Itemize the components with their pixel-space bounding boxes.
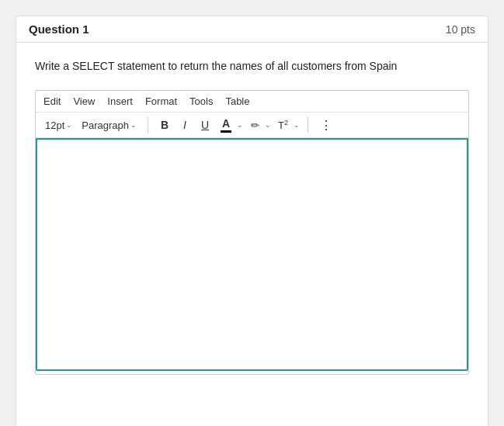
bold-button[interactable]: B <box>156 116 173 134</box>
eraser-group: ✏ ⌄ <box>246 116 271 134</box>
divider-2 <box>308 117 308 133</box>
divider-1 <box>148 117 148 133</box>
question-card: Question 1 10 pts Write a SELECT stateme… <box>16 16 488 426</box>
toolbar: 12pt ⌄ Paragraph ⌄ B I U <box>36 113 468 138</box>
font-size-selector[interactable]: 12pt ⌄ <box>42 118 75 133</box>
menu-edit[interactable]: Edit <box>43 95 61 107</box>
menu-format[interactable]: Format <box>145 95 177 107</box>
eraser-chevron[interactable]: ⌄ <box>265 121 271 129</box>
menu-view[interactable]: View <box>73 95 95 107</box>
card-header: Question 1 10 pts <box>16 16 488 43</box>
color-underline <box>221 130 231 133</box>
eraser-button[interactable]: ✏ <box>246 116 263 134</box>
superscript-button[interactable]: T2 <box>274 116 292 134</box>
superscript-group: T2 ⌄ <box>274 116 300 134</box>
text-color-icon: A <box>221 117 231 133</box>
more-options-button[interactable]: ⋮ <box>316 116 337 134</box>
eraser-icon: ✏ <box>251 119 259 131</box>
text-color-chevron[interactable]: ⌄ <box>237 121 243 129</box>
paragraph-value: Paragraph <box>82 119 129 131</box>
more-options-icon: ⋮ <box>320 118 333 133</box>
font-size-value: 12pt <box>45 119 64 131</box>
menu-bar: Edit View Insert Format Tools Table <box>36 91 468 113</box>
italic-button[interactable]: I <box>176 116 193 134</box>
paragraph-selector[interactable]: Paragraph ⌄ <box>78 118 140 133</box>
underline-label: U <box>201 119 209 131</box>
text-color-label: A <box>222 117 230 130</box>
editor-textarea[interactable] <box>36 138 468 371</box>
question-points: 10 pts <box>446 23 475 36</box>
menu-table[interactable]: Table <box>225 95 249 107</box>
menu-insert[interactable]: Insert <box>107 95 133 107</box>
font-size-chevron: ⌄ <box>66 121 72 129</box>
underline-icon: U <box>201 119 209 131</box>
question-text: Write a SELECT statement to return the n… <box>35 58 469 74</box>
menu-tools[interactable]: Tools <box>189 95 213 107</box>
underline-button[interactable]: U <box>196 116 214 134</box>
superscript-icon: T2 <box>278 119 288 131</box>
text-color-button[interactable]: A <box>217 116 235 134</box>
card-body: Write a SELECT statement to return the n… <box>16 43 488 387</box>
editor-container: Edit View Insert Format Tools Table 12pt… <box>35 90 469 375</box>
question-title: Question 1 <box>29 23 89 36</box>
text-color-group: A ⌄ <box>217 116 243 134</box>
superscript-chevron[interactable]: ⌄ <box>294 121 300 129</box>
paragraph-chevron: ⌄ <box>130 121 137 129</box>
